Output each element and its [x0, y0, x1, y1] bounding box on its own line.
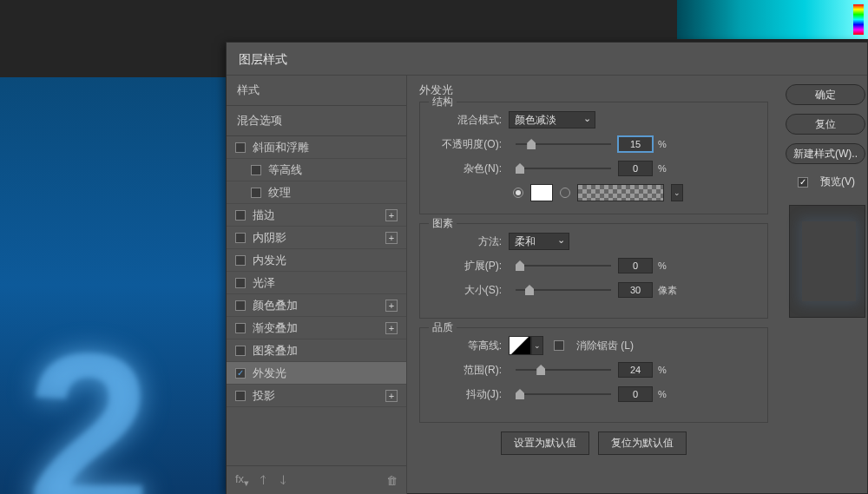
move-up-icon[interactable]: 🡑 [258, 474, 269, 487]
structure-legend: 结构 [429, 95, 457, 109]
preview-box [789, 205, 865, 318]
style-item-11[interactable]: 投影+ [227, 385, 406, 407]
elements-legend: 图素 [429, 216, 457, 231]
glow-gradient-swatch[interactable] [577, 184, 664, 201]
style-item-8[interactable]: 渐变叠加+ [227, 317, 406, 339]
style-item-5[interactable]: 内发光 [227, 249, 406, 272]
style-item-4[interactable]: 内阴影+ [227, 227, 406, 249]
add-effect-icon[interactable]: + [385, 232, 398, 244]
new-style-button[interactable]: 新建样式(W).. [786, 143, 865, 164]
add-effect-icon[interactable]: + [385, 390, 398, 402]
spread-slider[interactable] [516, 265, 611, 267]
layer-style-dialog: 图层样式 样式 混合选项 斜面和浮雕等高线纹理描边+内阴影+内发光光泽颜色叠加+… [226, 42, 868, 494]
gradient-radio[interactable] [560, 188, 570, 198]
style-item-3[interactable]: 描边+ [227, 204, 406, 227]
reset-default-button[interactable]: 复位为默认值 [598, 431, 687, 455]
style-checkbox[interactable] [235, 346, 246, 356]
contour-dropdown-icon[interactable]: ⌄ [531, 336, 543, 355]
styles-footer: fx▾ 🡑 🡓 🗑 [227, 465, 406, 494]
style-label: 等高线 [268, 162, 302, 178]
preview-label: 预览(V) [820, 175, 855, 189]
opacity-input[interactable]: 15 [618, 136, 653, 152]
style-label: 内发光 [253, 253, 286, 268]
style-checkbox[interactable] [235, 233, 246, 243]
size-slider[interactable] [516, 289, 611, 291]
add-effect-icon[interactable]: + [385, 322, 398, 334]
spread-label: 扩展(P): [431, 259, 509, 273]
canvas-text-2: 2 [26, 303, 152, 494]
glow-color-swatch[interactable] [530, 184, 553, 201]
add-effect-icon[interactable]: + [385, 209, 398, 221]
noise-unit: % [658, 163, 667, 174]
style-label: 内阴影 [253, 230, 286, 246]
style-checkbox[interactable] [235, 368, 246, 379]
spread-input[interactable]: 0 [618, 258, 653, 273]
color-picker-panel[interactable] [677, 0, 868, 39]
set-default-button[interactable]: 设置为默认值 [501, 431, 589, 455]
color-radio[interactable] [513, 188, 523, 198]
style-item-10[interactable]: 外发光 [227, 362, 406, 385]
contour-swatch[interactable] [509, 336, 531, 355]
style-checkbox[interactable] [235, 255, 246, 266]
style-label: 外发光 [253, 366, 286, 381]
style-item-2[interactable]: 纹理 [227, 181, 406, 204]
noise-label: 杂色(N): [431, 161, 509, 176]
style-item-0[interactable]: 斜面和浮雕 [227, 136, 406, 159]
style-checkbox[interactable] [235, 278, 246, 288]
range-unit: % [658, 365, 667, 375]
preview-checkbox[interactable] [798, 177, 808, 188]
blend-options-header[interactable]: 混合选项 [227, 106, 406, 136]
style-label: 光泽 [253, 275, 275, 291]
cancel-button[interactable]: 复位 [786, 114, 865, 135]
style-checkbox[interactable] [235, 323, 246, 333]
style-item-7[interactable]: 颜色叠加+ [227, 294, 406, 317]
style-checkbox[interactable] [235, 300, 246, 311]
style-label: 纹理 [268, 185, 291, 201]
section-title: 外发光 [419, 82, 768, 98]
style-item-6[interactable]: 光泽 [227, 272, 406, 294]
jitter-input[interactable]: 0 [618, 386, 653, 402]
move-down-icon[interactable]: 🡓 [278, 474, 289, 487]
style-checkbox[interactable] [251, 188, 261, 198]
style-label: 图案叠加 [253, 343, 298, 359]
style-checkbox[interactable] [235, 142, 246, 153]
gradient-dropdown-icon[interactable]: ⌄ [671, 184, 683, 201]
style-checkbox[interactable] [251, 165, 261, 175]
blend-mode-dropdown[interactable]: 颜色减淡 [509, 111, 595, 128]
style-label: 投影 [253, 388, 275, 404]
antialias-checkbox[interactable] [554, 340, 564, 351]
antialias-label: 消除锯齿 (L) [576, 339, 634, 353]
style-item-9[interactable]: 图案叠加 [227, 339, 406, 362]
dialog-side-buttons: 确定 复位 新建样式(W).. 预览(V) [780, 76, 867, 494]
ok-button[interactable]: 确定 [786, 84, 865, 105]
quality-fieldset: 品质 等高线: ⌄ 消除锯齿 (L) 范围(R): 24 % 抖动(J): [419, 327, 768, 423]
style-checkbox[interactable] [235, 210, 246, 221]
jitter-unit: % [658, 389, 667, 399]
elements-fieldset: 图素 方法: 柔和 扩展(P): 0 % 大小(S): 30 像素 [419, 223, 768, 319]
noise-slider[interactable] [516, 168, 611, 169]
structure-fieldset: 结构 混合模式: 颜色减淡 不透明度(O): 15 % 杂色(N): 0 % [419, 102, 768, 214]
hue-bar[interactable] [853, 4, 864, 35]
add-effect-icon[interactable]: + [385, 300, 398, 312]
noise-input[interactable]: 0 [618, 161, 653, 176]
style-checkbox[interactable] [235, 391, 246, 401]
styles-header[interactable]: 样式 [227, 76, 406, 106]
style-item-1[interactable]: 等高线 [227, 159, 406, 181]
opacity-slider[interactable] [516, 143, 611, 145]
size-unit: 像素 [658, 284, 677, 297]
method-dropdown[interactable]: 柔和 [509, 233, 569, 250]
dialog-title: 图层样式 [227, 43, 867, 76]
range-input[interactable]: 24 [618, 362, 653, 378]
blend-mode-label: 混合模式: [431, 113, 509, 128]
style-label: 斜面和浮雕 [253, 140, 309, 155]
settings-panel: 外发光 结构 混合模式: 颜色减淡 不透明度(O): 15 % 杂色(N): 0 [407, 76, 780, 494]
opacity-label: 不透明度(O): [431, 137, 509, 152]
size-label: 大小(S): [431, 283, 509, 298]
fx-icon[interactable]: fx▾ [235, 472, 249, 489]
jitter-label: 抖动(J): [431, 387, 509, 402]
size-input[interactable]: 30 [618, 282, 653, 298]
range-slider[interactable] [516, 369, 611, 371]
trash-icon[interactable]: 🗑 [386, 474, 398, 487]
jitter-slider[interactable] [516, 393, 611, 395]
styles-list-panel: 样式 混合选项 斜面和浮雕等高线纹理描边+内阴影+内发光光泽颜色叠加+渐变叠加+… [227, 76, 407, 494]
